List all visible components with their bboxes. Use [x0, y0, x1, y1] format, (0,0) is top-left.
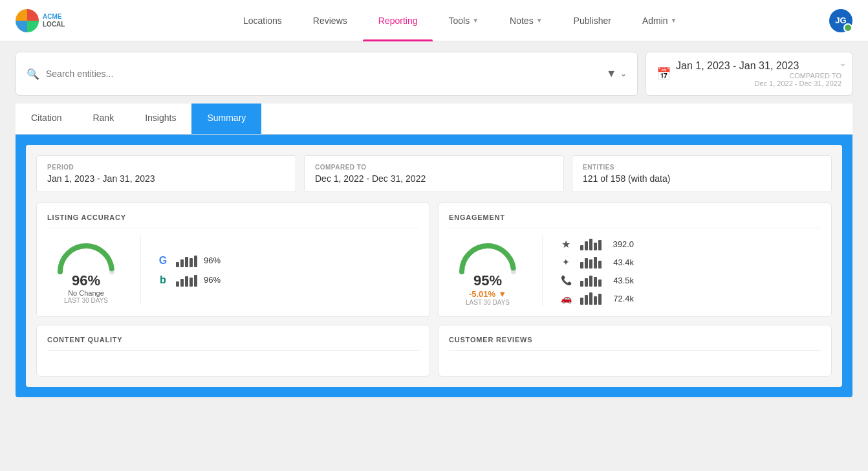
nav-item-reviews[interactable]: Reviews — [298, 0, 363, 41]
bar-seg-1 — [176, 262, 179, 267]
eng-seg-19 — [594, 296, 597, 305]
eng-seg-11 — [580, 281, 583, 287]
search-input[interactable] — [46, 69, 606, 79]
divider — [140, 236, 141, 304]
nav-item-reporting[interactable]: Reporting — [363, 0, 433, 41]
engagement-title: ENGAGEMENT — [449, 214, 821, 228]
eng-value-3: 72.4k — [608, 294, 634, 303]
period-value: Jan 1, 2023 - Jan 31, 2023 — [47, 173, 285, 184]
listing-accuracy-title: LISTING ACCURACY — [47, 214, 419, 228]
top-bar: 🔍 ▼ ⌄ 📅 Jan 1, 2023 - Jan 31, 2023 COMPA… — [16, 52, 852, 96]
engagement-gauge-pct: 95% — [473, 272, 502, 289]
bar-seg-3 — [185, 257, 188, 267]
avatar[interactable]: JG — [829, 9, 852, 32]
period-card-period: PERIOD Jan 1, 2023 - Jan 31, 2023 — [36, 155, 296, 192]
tab-insights[interactable]: Insights — [129, 104, 191, 134]
nav-links: Locations Reviews Reporting Tools ▼ Note… — [91, 0, 829, 41]
customer-reviews-card: CUSTOMER REVIEWS — [438, 325, 832, 377]
bing-bar-row: b 96% — [157, 274, 419, 287]
period-card-compared: COMPARED TO Dec 1, 2022 - Dec 31, 2022 — [304, 155, 564, 192]
content-quality-title: CONTENT QUALITY — [47, 336, 419, 351]
eng-seg-20 — [598, 294, 602, 305]
eng-seg-8 — [589, 259, 592, 268]
nav-item-publisher[interactable]: Publisher — [558, 0, 627, 41]
eng-bar-0 — [580, 237, 602, 250]
bar-seg-2 — [180, 259, 184, 267]
bing-seg-2 — [180, 279, 184, 287]
nav-item-tools[interactable]: Tools ▼ — [433, 0, 494, 41]
date-range-main: Jan 1, 2023 - Jan 31, 2023 — [676, 60, 841, 72]
tools-arrow-icon: ▼ — [472, 17, 479, 24]
customer-reviews-title: CUSTOMER REVIEWS — [449, 336, 821, 351]
car-icon: 🚗 — [558, 293, 574, 303]
eng-seg-9 — [594, 257, 597, 268]
listing-bars: G 96% — [157, 254, 419, 287]
listing-gauge-pct: 96% — [72, 272, 100, 289]
engagement-gauge-change: -5.01% ▼ — [469, 289, 506, 299]
filter-icon[interactable]: ▼ — [606, 68, 616, 80]
google-bar-value: 96% — [204, 256, 221, 265]
nav-item-locations[interactable]: Locations — [228, 0, 298, 41]
eng-seg-5 — [598, 240, 602, 250]
eng-value-0: 392.0 — [608, 239, 634, 249]
tab-summary[interactable]: Summary — [191, 104, 261, 134]
bing-bar-value: 96% — [204, 275, 221, 285]
inner-panel: PERIOD Jan 1, 2023 - Jan 31, 2023 COMPAR… — [26, 145, 842, 387]
bing-seg-4 — [190, 278, 193, 287]
eng-seg-10 — [598, 261, 602, 268]
eng-seg-7 — [585, 258, 588, 268]
google-bar-row: G 96% — [157, 254, 419, 267]
listing-gauge-svg — [54, 236, 118, 275]
tab-rank[interactable]: Rank — [77, 104, 129, 134]
search-icon: 🔍 — [27, 68, 39, 80]
engagement-gauge-sublabel: LAST 30 DAYS — [466, 299, 510, 306]
listing-gauge: 96% No Change LAST 30 DAYS — [47, 236, 125, 304]
logo-icon — [16, 9, 39, 32]
search-box: 🔍 ▼ ⌄ — [16, 52, 638, 96]
bar-seg-5 — [194, 256, 197, 267]
eng-seg-18 — [589, 292, 592, 305]
eng-seg-4 — [594, 243, 597, 250]
compared-value: Dec 1, 2022 - Dec 31, 2022 — [315, 173, 553, 184]
listing-gauge-sublabel: LAST 30 DAYS — [64, 297, 108, 304]
period-label: PERIOD — [47, 164, 285, 171]
eng-value-2: 43.5k — [608, 276, 634, 285]
nav-item-notes[interactable]: Notes ▼ — [494, 0, 558, 41]
admin-arrow-icon: ▼ — [671, 17, 677, 24]
down-arrow-icon: ▼ — [498, 289, 506, 299]
eng-bar-2 — [580, 274, 602, 287]
chevron-down-icon[interactable]: ⌄ — [620, 69, 627, 78]
engagement-gauge: 95% -5.01% ▼ LAST 30 DAYS — [449, 236, 526, 306]
eng-bar-3 — [580, 292, 602, 305]
star-icon: ★ — [558, 238, 574, 250]
phone-icon: 📞 — [558, 275, 574, 285]
listing-accuracy-content: 96% No Change LAST 30 DAYS G — [47, 236, 419, 304]
filter-controls[interactable]: ▼ ⌄ — [606, 68, 627, 80]
main-panel: PERIOD Jan 1, 2023 - Jan 31, 2023 COMPAR… — [16, 135, 852, 397]
listing-gauge-label: No Change — [68, 289, 104, 297]
eng-bar-1 — [580, 256, 602, 268]
bing-seg-5 — [194, 275, 197, 287]
bing-seg-3 — [185, 276, 188, 287]
listing-accuracy-card: LISTING ACCURACY 96% No Change LAST — [36, 203, 430, 317]
google-icon: G — [157, 255, 169, 267]
engagement-divider — [542, 236, 543, 306]
notes-arrow-icon: ▼ — [536, 17, 543, 24]
date-expand-icon[interactable]: ⌄ — [839, 58, 847, 68]
navbar: ACME LOCAL Locations Reviews Reporting T… — [0, 0, 868, 41]
eng-seg-15 — [598, 279, 602, 287]
logo[interactable]: ACME LOCAL — [16, 9, 65, 32]
period-row: PERIOD Jan 1, 2023 - Jan 31, 2023 COMPAR… — [36, 155, 832, 192]
entities-value: 121 of 158 (with data) — [583, 173, 821, 184]
compared-label: COMPARED TO — [315, 164, 553, 171]
eng-row-1: ✦ 43.4k — [558, 256, 821, 268]
eng-row-0: ★ 392.0 — [558, 237, 821, 250]
bar-seg-4 — [190, 258, 193, 267]
period-card-entities: ENTITIES 121 of 158 (with data) — [572, 155, 832, 192]
calendar-icon: 📅 — [656, 67, 671, 81]
tab-citation[interactable]: Citation — [16, 104, 77, 134]
click-icon: ✦ — [558, 257, 574, 267]
entities-label: ENTITIES — [583, 164, 821, 171]
logo-text: ACME LOCAL — [43, 13, 65, 28]
nav-item-admin[interactable]: Admin ▼ — [627, 0, 693, 41]
